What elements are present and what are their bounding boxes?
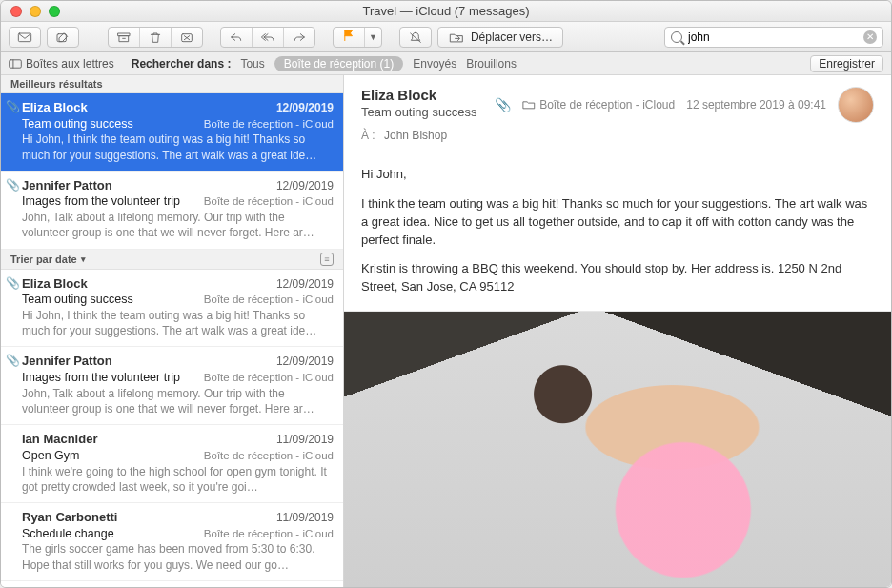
- forward-icon: [292, 30, 307, 44]
- reader-meta: 📎 Boîte de réception - iCloud 12 septemb…: [495, 87, 874, 123]
- attachment-icon: 📎: [6, 275, 20, 291]
- search-input[interactable]: [688, 30, 858, 44]
- message-preview: I think we're going to the high school f…: [22, 464, 334, 495]
- delete-group: [108, 27, 203, 48]
- compose-button[interactable]: [47, 27, 79, 48]
- clear-search-button[interactable]: ✕: [863, 30, 877, 44]
- reply-all-button[interactable]: [253, 28, 284, 47]
- message-preview: John, Talk about a lifelong memory. Our …: [22, 210, 334, 240]
- mailboxes-toggle[interactable]: Boîtes aux lettres: [9, 57, 114, 71]
- message-row[interactable]: 📎 Eliza Block12/09/2019 Team outing succ…: [1, 93, 343, 172]
- sidebar-icon: [9, 58, 22, 70]
- body-paragraph: I think the team outing was a big hit! T…: [361, 195, 874, 250]
- message-preview: John, Talk about a lifelong memory. Our …: [22, 386, 334, 416]
- reader-to-value: John Bishop: [384, 129, 447, 142]
- message-list[interactable]: Meilleurs résultats 📎 Eliza Block12/09/2…: [1, 75, 344, 587]
- message-date: 12/09/2019: [276, 276, 334, 292]
- envelope-icon: [17, 30, 32, 44]
- flag-icon: [341, 29, 356, 45]
- reader-to: À : John Bishop: [361, 129, 874, 142]
- reader-folder-label: Boîte de réception - iCloud: [539, 98, 675, 112]
- mute-button[interactable]: [399, 27, 432, 48]
- save-search-button[interactable]: Enregistrer: [810, 55, 883, 72]
- scope-sent[interactable]: Envoyés: [413, 57, 456, 71]
- reader-datetime: 12 septembre 2019 à 09:41: [686, 98, 826, 112]
- compose-icon: [55, 30, 71, 44]
- filter-icon[interactable]: ≡: [320, 253, 334, 266]
- attachment-icon[interactable]: 📎: [495, 97, 511, 112]
- mailboxes-label: Boîtes aux lettres: [26, 57, 114, 71]
- message-subject: Team outing success: [22, 292, 133, 308]
- body-paragraph: Hi John,: [361, 166, 874, 184]
- message-source: Boîte de réception - iCloud: [204, 449, 334, 464]
- search-in-label: Rechercher dans :: [132, 57, 232, 71]
- chevron-down-icon: ▾: [81, 254, 86, 264]
- sender-avatar[interactable]: [838, 87, 874, 123]
- message-date: 11/09/2019: [276, 432, 334, 447]
- flag-menu-button[interactable]: ▼: [365, 28, 381, 47]
- message-row[interactable]: 📎 Eliza Block12/09/2019 Team outing succ…: [1, 270, 343, 348]
- message-subject: Open Gym: [22, 448, 79, 464]
- search-scope-bar: Boîtes aux lettres Rechercher dans : Tou…: [1, 52, 891, 75]
- message-row[interactable]: Lucinda Yang10/09/2019 Block Yard SaleBo…: [1, 581, 343, 587]
- flag-button-group: ▼: [333, 27, 382, 48]
- svg-rect-1: [57, 33, 66, 41]
- move-to-button[interactable]: Déplacer vers…: [437, 27, 563, 48]
- attachment-icon: 📎: [6, 99, 20, 114]
- reply-icon: [229, 30, 244, 44]
- attachment-icon: 📎: [6, 177, 20, 193]
- reader-to-label: À :: [361, 129, 375, 142]
- junk-icon: [179, 30, 194, 44]
- message-sender: Ian Macnider: [22, 431, 97, 448]
- reader-folder[interactable]: Boîte de réception - iCloud: [522, 98, 675, 112]
- junk-button[interactable]: [172, 28, 202, 47]
- reply-group: [220, 27, 315, 48]
- inline-image: [344, 311, 891, 587]
- content-panes: Meilleurs résultats 📎 Eliza Block12/09/2…: [1, 75, 891, 587]
- forward-button[interactable]: [284, 28, 314, 47]
- message-source: Boîte de réception - iCloud: [204, 117, 334, 132]
- message-row[interactable]: 📎 Jennifer Patton12/09/2019 Images from …: [1, 172, 343, 250]
- message-sender: Eliza Block: [22, 275, 88, 293]
- trash-button[interactable]: [140, 28, 172, 47]
- svg-rect-5: [10, 59, 22, 67]
- message-sender: Jennifer Patton: [22, 177, 112, 194]
- reader-body: Hi John, I think the team outing was a b…: [344, 152, 891, 311]
- folder-icon: [522, 99, 536, 111]
- archive-button[interactable]: [109, 28, 140, 47]
- trash-icon: [148, 30, 163, 44]
- get-mail-button[interactable]: [9, 27, 41, 48]
- search-field-wrapper[interactable]: ✕: [664, 27, 883, 48]
- message-row[interactable]: Ian Macnider11/09/2019 Open GymBoîte de …: [1, 425, 343, 503]
- message-date: 12/09/2019: [276, 100, 334, 115]
- message-source: Boîte de réception - iCloud: [204, 293, 334, 308]
- body-paragraph: Kristin is throwing a BBQ this weekend. …: [361, 260, 874, 296]
- top-hits-label: Meilleurs résultats: [10, 78, 103, 90]
- message-row[interactable]: 📎 Jennifer Patton12/09/2019 Images from …: [1, 347, 343, 425]
- message-preview: The girls soccer game has been moved fro…: [22, 541, 334, 572]
- message-subject: Images from the volunteer trip: [22, 193, 180, 210]
- scope-drafts[interactable]: Brouillons: [466, 57, 517, 71]
- archive-icon: [116, 30, 132, 44]
- message-date: 12/09/2019: [276, 354, 334, 369]
- message-subject: Schedule change: [22, 526, 114, 542]
- message-source: Boîte de réception - iCloud: [204, 371, 334, 386]
- sort-header[interactable]: Trier par date ▾ ≡: [1, 250, 343, 270]
- message-date: 11/09/2019: [276, 510, 334, 525]
- scope-all[interactable]: Tous: [240, 57, 264, 71]
- move-to-label: Déplacer vers…: [471, 30, 553, 44]
- message-row[interactable]: Ryan Carbonetti11/09/2019 Schedule chang…: [1, 503, 343, 581]
- message-preview: Hi John, I think the team outing was a b…: [22, 308, 334, 338]
- flag-button[interactable]: [334, 28, 365, 47]
- reply-button[interactable]: [221, 28, 253, 47]
- top-hits-header: Meilleurs résultats: [1, 75, 343, 93]
- message-source: Boîte de réception - iCloud: [204, 527, 334, 542]
- toolbar: ▼ Déplacer vers… ✕: [1, 22, 891, 52]
- reader-header: Eliza Block Team outing success À : John…: [344, 75, 891, 152]
- sort-label: Trier par date: [10, 253, 77, 265]
- window-title: Travel — iCloud (7 messages): [1, 4, 891, 18]
- scope-inbox[interactable]: Boîte de réception (1): [274, 56, 403, 71]
- message-sender: Eliza Block: [22, 99, 88, 116]
- bell-off-icon: [408, 30, 423, 44]
- reply-all-icon: [260, 30, 275, 44]
